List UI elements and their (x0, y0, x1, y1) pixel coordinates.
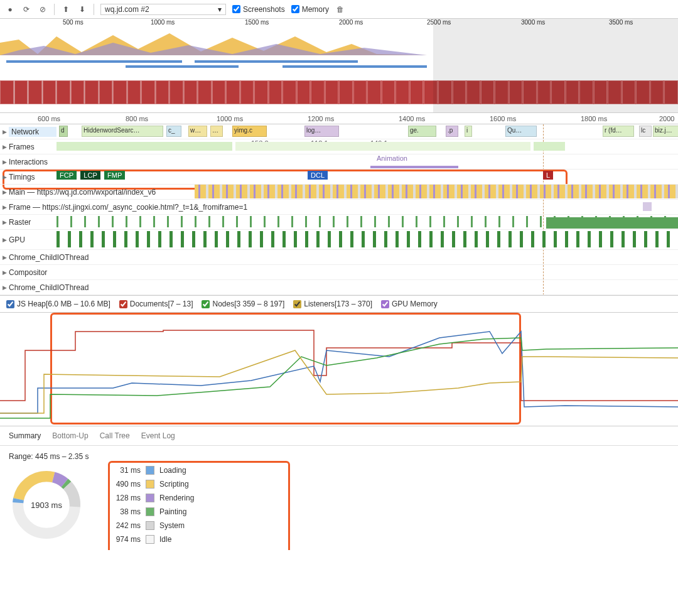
flame-chart-area[interactable]: ▶ Network d HiddenwordSearc… c_ w… … yim… (0, 124, 678, 295)
total-time: 1903 ms (31, 500, 62, 510)
main-ruler[interactable]: 600 ms 800 ms 1000 ms 1200 ms 1400 ms 16… (0, 113, 678, 124)
trash-icon[interactable]: 🗑 (335, 4, 345, 14)
tab-calltree[interactable]: Call Tree (100, 431, 130, 440)
timing-dcl[interactable]: DCL (308, 171, 328, 180)
memory-chart[interactable] (0, 313, 678, 426)
track-timings[interactable]: ▶ Timings FCP LCP FMP DCL L (0, 170, 678, 185)
track-compositor[interactable]: ▶Compositor (0, 265, 678, 280)
reload-icon[interactable]: ⟳ (21, 4, 31, 14)
track-main[interactable]: ▶ Main — https://wq.jd.com/wxportal/inde… (0, 185, 678, 200)
track-frame[interactable]: ▶ Frame — https://st.jingxi.com/_async_c… (0, 200, 678, 215)
summary-panel: Range: 445 ms – 2.35 s 1903 ms 31 msLoad… (0, 446, 678, 550)
summary-tabs: Summary Bottom-Up Call Tree Event Log (0, 426, 678, 446)
timing-fcp[interactable]: FCP (56, 171, 77, 180)
expand-icon[interactable]: ▶ (3, 219, 9, 225)
screenshots-checkbox[interactable]: Screenshots (232, 5, 285, 14)
summary-donut: 1903 ms (9, 467, 84, 543)
memory-legend: JS Heap[6.0 MB – 10.6 MB] Documents[7 – … (0, 295, 678, 313)
timing-load[interactable]: L (543, 171, 553, 180)
legend-docs[interactable]: Documents[7 – 13] (119, 300, 193, 308)
download-icon[interactable]: ⬇ (77, 4, 87, 14)
tab-eventlog[interactable]: Event Log (141, 431, 175, 440)
track-childio1[interactable]: ▶Chrome_ChildIOThread (0, 250, 678, 265)
track-childio2[interactable]: ▶Chrome_ChildIOThread (0, 280, 678, 295)
expand-icon[interactable]: ▶ (3, 189, 9, 195)
chevron-down-icon: ▾ (218, 5, 222, 14)
track-gpu[interactable]: ▶ GPU (0, 230, 678, 250)
expand-icon[interactable]: ▶ (3, 129, 9, 135)
highlight-summary (108, 461, 290, 550)
expand-icon[interactable]: ▶ (3, 237, 9, 243)
range-text: Range: 445 ms – 2.35 s (9, 452, 669, 461)
expand-icon[interactable]: ▶ (3, 159, 9, 165)
expand-icon[interactable]: ▶ (3, 204, 9, 210)
toolbar: ● ⟳ ⊘ ⬆ ⬇ wq.jd.com #2 ▾ Screenshots Mem… (0, 0, 678, 19)
timing-lcp[interactable]: LCP (80, 171, 100, 180)
memory-checkbox[interactable]: Memory (291, 5, 329, 14)
overview-mask (433, 19, 678, 112)
track-frames[interactable]: ▶ Frames 153.0 ms 112.1 ms 149.1 ms (0, 139, 678, 154)
expand-icon[interactable]: ▶ (3, 144, 9, 150)
legend-nodes[interactable]: Nodes[3 359 – 8 197] (202, 300, 284, 308)
overview-timeline[interactable]: 500 ms 1000 ms 1500 ms 2000 ms 2500 ms 3… (0, 19, 678, 113)
legend-listeners[interactable]: Listeners[173 – 370] (293, 300, 372, 308)
track-raster[interactable]: ▶ Raster (0, 215, 678, 230)
legend-gpu[interactable]: GPU Memory (381, 300, 438, 308)
upload-icon[interactable]: ⬆ (61, 4, 71, 14)
expand-icon[interactable]: ▶ (3, 174, 9, 180)
tab-summary[interactable]: Summary (9, 431, 41, 440)
track-network[interactable]: ▶ Network d HiddenwordSearc… c_ w… … yim… (0, 124, 678, 139)
track-interactions[interactable]: ▶ Interactions Animation (0, 154, 678, 170)
legend-heap[interactable]: JS Heap[6.0 MB – 10.6 MB] (6, 300, 110, 308)
timing-fmp[interactable]: FMP (104, 171, 125, 180)
tab-bottomup[interactable]: Bottom-Up (52, 431, 88, 440)
clear-icon[interactable]: ⊘ (38, 4, 48, 14)
target-label: wq.jd.com #2 (105, 5, 149, 14)
record-icon[interactable]: ● (5, 4, 15, 14)
target-select[interactable]: wq.jd.com #2 ▾ (100, 4, 226, 15)
